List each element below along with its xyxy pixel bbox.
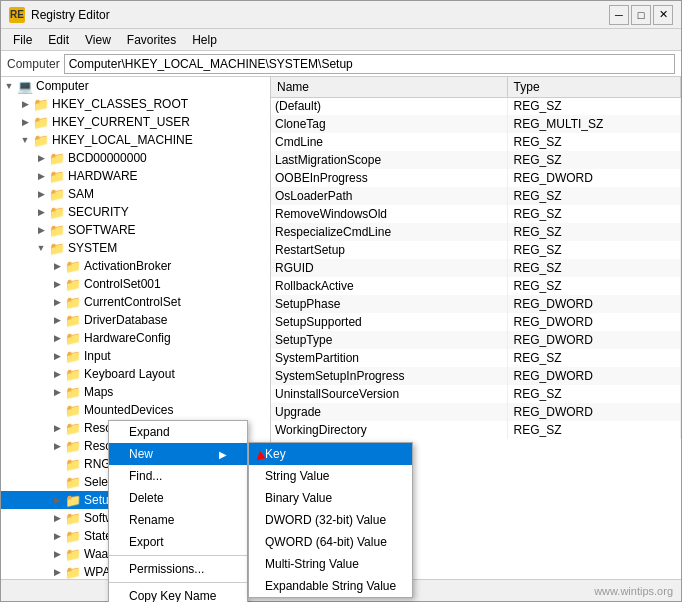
tree-node-hkcr[interactable]: ▶📁HKEY_CLASSES_ROOT: [1, 95, 270, 113]
submenu-item-binary[interactable]: Binary Value: [249, 487, 412, 509]
tree-arrow-hklm[interactable]: ▼: [17, 131, 33, 149]
tree-node-keyboardlayout[interactable]: ▶📁Keyboard Layout: [1, 365, 270, 383]
submenu-item-string[interactable]: String Value: [249, 465, 412, 487]
tree-label-hkcu: HKEY_CURRENT_USER: [52, 115, 190, 129]
tree-arrow-maps[interactable]: ▶: [49, 383, 65, 401]
cell-name: WorkingDirectory: [271, 421, 507, 439]
submenu-item-expandable[interactable]: Expandable String Value: [249, 575, 412, 597]
tree-arrow-input[interactable]: ▶: [49, 347, 65, 365]
table-row[interactable]: LastMigrationScopeREG_SZ: [271, 151, 681, 169]
tree-arrow-bcd[interactable]: ▶: [33, 149, 49, 167]
tree-arrow-mounteddevices[interactable]: [49, 401, 65, 419]
tree-arrow-hkcu[interactable]: ▶: [17, 113, 33, 131]
maximize-button[interactable]: □: [631, 5, 651, 25]
address-input[interactable]: [64, 54, 675, 74]
ctx-item-find[interactable]: Find...: [109, 465, 247, 487]
tree-arrow-resourcemanager[interactable]: ▶: [49, 419, 65, 437]
tree-node-hkcu[interactable]: ▶📁HKEY_CURRENT_USER: [1, 113, 270, 131]
tree-arrow-hkcr[interactable]: ▶: [17, 95, 33, 113]
table-row[interactable]: WorkingDirectoryREG_SZ: [271, 421, 681, 439]
table-row[interactable]: RestartSetupREG_SZ: [271, 241, 681, 259]
ctx-item-delete[interactable]: Delete: [109, 487, 247, 509]
tree-node-sam[interactable]: ▶📁SAM: [1, 185, 270, 203]
tree-arrow-system[interactable]: ▼: [33, 239, 49, 257]
table-row[interactable]: CmdLineREG_SZ: [271, 133, 681, 151]
tree-arrow-sam[interactable]: ▶: [33, 185, 49, 203]
ctx-item-copykey[interactable]: Copy Key Name: [109, 585, 247, 602]
table-row[interactable]: SystemPartitionREG_SZ: [271, 349, 681, 367]
tree-arrow-currentcontrolset[interactable]: ▶: [49, 293, 65, 311]
tree-node-mounteddevices[interactable]: 📁MountedDevices: [1, 401, 270, 419]
tree-arrow-select[interactable]: [49, 473, 65, 491]
tree-arrow-state[interactable]: ▶: [49, 527, 65, 545]
tree-arrow-softw[interactable]: ▶: [49, 509, 65, 527]
tree-node-security[interactable]: ▶📁SECURITY: [1, 203, 270, 221]
tree-node-maps[interactable]: ▶📁Maps: [1, 383, 270, 401]
tree-arrow-activationbroker[interactable]: ▶: [49, 257, 65, 275]
menu-favorites[interactable]: Favorites: [119, 31, 184, 49]
folder-icon-hardware: 📁: [49, 169, 65, 184]
ctx-item-export[interactable]: Export: [109, 531, 247, 553]
tree-node-driverdatabase[interactable]: ▶📁DriverDatabase: [1, 311, 270, 329]
tree-arrow-rng[interactable]: [49, 455, 65, 473]
table-row[interactable]: RollbackActiveREG_SZ: [271, 277, 681, 295]
tree-node-input[interactable]: ▶📁Input: [1, 347, 270, 365]
title-bar: RE Registry Editor ─ □ ✕: [1, 1, 681, 29]
tree-node-activationbroker[interactable]: ▶📁ActivationBroker: [1, 257, 270, 275]
tree-arrow-computer[interactable]: ▼: [1, 77, 17, 95]
tree-arrow-wpa[interactable]: ▶: [49, 563, 65, 579]
table-row[interactable]: RespecializeCmdLineREG_SZ: [271, 223, 681, 241]
table-row[interactable]: SystemSetupInProgressREG_DWORD: [271, 367, 681, 385]
table-row[interactable]: SetupPhaseREG_DWORD: [271, 295, 681, 313]
ctx-item-new[interactable]: New▶: [109, 443, 247, 465]
submenu-item-multistring[interactable]: Multi-String Value: [249, 553, 412, 575]
tree-node-controlset001[interactable]: ▶📁ControlSet001: [1, 275, 270, 293]
table-row[interactable]: RGUIDREG_SZ: [271, 259, 681, 277]
menu-bar: File Edit View Favorites Help: [1, 29, 681, 51]
tree-arrow-driverdatabase[interactable]: ▶: [49, 311, 65, 329]
ctx-separator: [109, 582, 247, 583]
table-row[interactable]: RemoveWindowsOldREG_SZ: [271, 205, 681, 223]
menu-file[interactable]: File: [5, 31, 40, 49]
folder-icon-input: 📁: [65, 349, 81, 364]
tree-node-currentcontrolset[interactable]: ▶📁CurrentControlSet: [1, 293, 270, 311]
tree-arrow-software[interactable]: ▶: [33, 221, 49, 239]
table-row[interactable]: (Default)REG_SZ: [271, 97, 681, 115]
tree-node-computer[interactable]: ▼💻Computer: [1, 77, 270, 95]
ctx-item-expand[interactable]: Expand: [109, 421, 247, 443]
tree-node-hklm[interactable]: ▼📁HKEY_LOCAL_MACHINE: [1, 131, 270, 149]
cell-type: REG_MULTI_SZ: [507, 115, 680, 133]
tree-arrow-security[interactable]: ▶: [33, 203, 49, 221]
tree-arrow-hardwareconfig[interactable]: ▶: [49, 329, 65, 347]
tree-label-driverdatabase: DriverDatabase: [84, 313, 167, 327]
table-row[interactable]: SetupTypeREG_DWORD: [271, 331, 681, 349]
submenu-item-key[interactable]: Key: [249, 443, 412, 465]
tree-node-system[interactable]: ▼📁SYSTEM: [1, 239, 270, 257]
ctx-item-rename[interactable]: Rename: [109, 509, 247, 531]
submenu-item-dword[interactable]: DWORD (32-bit) Value: [249, 509, 412, 531]
submenu-item-qword[interactable]: QWORD (64-bit) Value: [249, 531, 412, 553]
tree-arrow-controlset001[interactable]: ▶: [49, 275, 65, 293]
table-row[interactable]: OsLoaderPathREG_SZ: [271, 187, 681, 205]
menu-help[interactable]: Help: [184, 31, 225, 49]
tree-node-software[interactable]: ▶📁SOFTWARE: [1, 221, 270, 239]
menu-view[interactable]: View: [77, 31, 119, 49]
table-row[interactable]: OOBEInProgressREG_DWORD: [271, 169, 681, 187]
table-row[interactable]: UpgradeREG_DWORD: [271, 403, 681, 421]
tree-arrow-keyboardlayout[interactable]: ▶: [49, 365, 65, 383]
menu-edit[interactable]: Edit: [40, 31, 77, 49]
tree-arrow-resourcepolicystore[interactable]: ▶: [49, 437, 65, 455]
close-button[interactable]: ✕: [653, 5, 673, 25]
table-row[interactable]: SetupSupportedREG_DWORD: [271, 313, 681, 331]
tree-arrow-hardware[interactable]: ▶: [33, 167, 49, 185]
tree-arrow-waa[interactable]: ▶: [49, 545, 65, 563]
table-row[interactable]: UninstallSourceVersionREG_SZ: [271, 385, 681, 403]
tree-node-hardware[interactable]: ▶📁HARDWARE: [1, 167, 270, 185]
tree-node-hardwareconfig[interactable]: ▶📁HardwareConfig: [1, 329, 270, 347]
minimize-button[interactable]: ─: [609, 5, 629, 25]
tree-arrow-setup[interactable]: ▶: [49, 491, 65, 509]
cell-name: UninstallSourceVersion: [271, 385, 507, 403]
ctx-item-permissions[interactable]: Permissions...: [109, 558, 247, 580]
table-row[interactable]: CloneTagREG_MULTI_SZ: [271, 115, 681, 133]
tree-node-bcd[interactable]: ▶📁BCD00000000: [1, 149, 270, 167]
